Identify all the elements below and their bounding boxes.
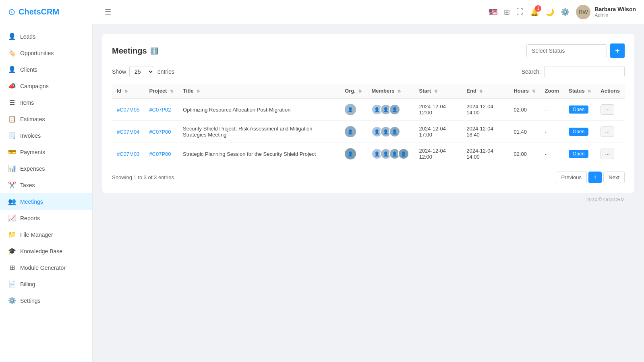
- status-badge: Open: [569, 105, 588, 114]
- sidebar-item-settings[interactable]: ⚙️ Settings: [0, 292, 92, 309]
- col-project[interactable]: Project ⇅: [144, 84, 178, 98]
- dark-mode-icon[interactable]: 🌙: [545, 8, 554, 17]
- page-number-button[interactable]: 1: [588, 172, 602, 183]
- meeting-id-link[interactable]: #C07M05: [117, 107, 139, 113]
- sidebar-item-module-generator[interactable]: ⊞ Module Generator: [0, 259, 92, 276]
- sidebar-item-expenses[interactable]: 📊 Expenses: [0, 160, 92, 177]
- user-name: Barbara Wilson: [594, 6, 636, 12]
- sidebar-item-meetings[interactable]: 👥 Meetings: [0, 193, 92, 210]
- meeting-title: Optimizing Resource Allocation Post-Migr…: [178, 98, 340, 121]
- grid-icon[interactable]: ⊞: [504, 8, 510, 17]
- taxes-icon: ✂️: [8, 181, 16, 189]
- sidebar-item-label: Taxes: [20, 182, 35, 188]
- member-avatar: 👤: [398, 148, 409, 159]
- meeting-id-link[interactable]: #C07M04: [117, 129, 139, 135]
- col-id[interactable]: Id ⇅: [112, 84, 144, 98]
- actions-button[interactable]: ···: [601, 126, 614, 137]
- user-profile[interactable]: BW Barbara Wilson Admin: [576, 5, 636, 19]
- logo-icon: ⊙: [8, 7, 15, 17]
- col-members[interactable]: Members ⇅: [367, 84, 414, 98]
- start-date: 2024-12-04 12:00: [414, 143, 462, 165]
- sidebar-item-reports[interactable]: 📈 Reports: [0, 210, 92, 226]
- search-input[interactable]: [544, 66, 625, 77]
- sidebar-item-items[interactable]: ☰ Items: [0, 94, 92, 111]
- entries-info: Showing 1 to 3 of 3 entries: [112, 174, 174, 180]
- next-button[interactable]: Next: [603, 172, 625, 183]
- sidebar-item-campaigns[interactable]: 📣 Campaigns: [0, 78, 92, 94]
- sidebar-item-file-manager[interactable]: 📁 File Manager: [0, 226, 92, 243]
- sidebar-item-leads[interactable]: 👤 Leads: [0, 28, 92, 45]
- col-title[interactable]: Title ⇅: [178, 84, 340, 98]
- actions-button[interactable]: ···: [601, 104, 614, 115]
- hours: 01:40: [509, 121, 540, 143]
- knowledge-base-icon: 🎓: [8, 247, 16, 255]
- sidebar-item-opportunities[interactable]: 🏷️ Opportunities: [0, 45, 92, 61]
- sidebar-item-label: Payments: [20, 149, 45, 155]
- sidebar-item-label: Knowledge Base: [20, 248, 62, 254]
- settings-nav-icon: ⚙️: [8, 297, 16, 304]
- col-end[interactable]: End ⇅: [462, 84, 509, 98]
- col-actions: Actions: [596, 84, 625, 98]
- sidebar-item-clients[interactable]: 👤 Clients: [0, 61, 92, 78]
- user-role: Admin: [594, 12, 636, 18]
- page-title: Meetings: [112, 46, 147, 56]
- sidebar-item-label: Expenses: [20, 165, 45, 172]
- clients-icon: 👤: [8, 66, 16, 73]
- sidebar-item-label: Invoices: [20, 132, 41, 139]
- sidebar-item-invoices[interactable]: 🗒️ Invoices: [0, 127, 92, 144]
- col-status[interactable]: Status ⇅: [564, 84, 596, 98]
- member-avatar: 👤: [389, 126, 400, 137]
- sidebar-item-label: Meetings: [20, 199, 43, 205]
- sidebar-item-label: Billing: [20, 281, 35, 288]
- sidebar-item-billing[interactable]: 📄 Billing: [0, 276, 92, 292]
- settings-icon[interactable]: ⚙️: [561, 8, 569, 17]
- sidebar-item-taxes[interactable]: ✂️ Taxes: [0, 177, 92, 193]
- estimates-icon: 📋: [8, 115, 16, 123]
- end-date: 2024-12-04 14:00: [462, 98, 509, 121]
- search-label: Search:: [522, 68, 541, 75]
- entries-select[interactable]: 25 10 50 100: [129, 66, 154, 77]
- project-link[interactable]: #C07P00: [149, 129, 171, 135]
- end-date: 2024-12-04 14:00: [462, 143, 509, 165]
- org-avatar: 👤: [345, 104, 356, 115]
- member-avatar: 👤: [389, 104, 400, 115]
- opportunities-icon: 🏷️: [8, 49, 16, 57]
- org-avatar: 👤: [345, 126, 356, 137]
- status-badge: Open: [569, 128, 588, 136]
- col-start[interactable]: Start ⇅: [414, 84, 462, 98]
- sidebar: 👤 Leads 🏷️ Opportunities 👤 Clients 📣 Cam…: [0, 24, 93, 362]
- meeting-title: Strategic Planning Session for the Secur…: [178, 143, 340, 165]
- sidebar-item-label: Estimates: [20, 116, 45, 122]
- file-manager-icon: 📁: [8, 231, 16, 238]
- logo-text: ChetsCRM: [19, 7, 59, 17]
- sidebar-item-knowledge-base[interactable]: 🎓 Knowledge Base: [0, 243, 92, 259]
- expenses-icon: 📊: [8, 165, 16, 172]
- menu-toggle-icon[interactable]: ☰: [105, 8, 111, 17]
- sidebar-item-label: Opportunities: [20, 50, 54, 56]
- project-link[interactable]: #C07P00: [149, 151, 171, 157]
- zoom: -: [540, 121, 564, 143]
- project-link[interactable]: #C07P02: [149, 107, 171, 113]
- notification-icon[interactable]: 🔔 1: [530, 8, 539, 17]
- status-badge: Open: [569, 150, 588, 158]
- fullscreen-icon[interactable]: ⛶: [516, 8, 524, 16]
- col-hours[interactable]: Hours ⇅: [509, 84, 540, 98]
- flag-icon[interactable]: 🇺🇸: [489, 8, 497, 17]
- meeting-id-link[interactable]: #C07M03: [117, 151, 139, 157]
- col-org[interactable]: Org. ⇅: [340, 84, 367, 98]
- sidebar-item-estimates[interactable]: 📋 Estimates: [0, 111, 92, 127]
- app-logo: ⊙ ChetsCRM: [8, 7, 101, 17]
- payments-icon: 💳: [8, 148, 16, 156]
- org-avatar: 👤: [345, 148, 356, 159]
- sidebar-item-label: Settings: [20, 298, 41, 304]
- table-row: #C07M03 #C07P00 Strategic Planning Sessi…: [112, 143, 625, 165]
- add-meeting-button[interactable]: +: [610, 43, 625, 58]
- sidebar-item-payments[interactable]: 💳 Payments: [0, 144, 92, 160]
- sidebar-item-label: Leads: [20, 33, 35, 40]
- select-status-input[interactable]: [526, 44, 607, 57]
- billing-icon: 📄: [8, 280, 16, 288]
- hours: 02:00: [509, 98, 540, 121]
- actions-button[interactable]: ···: [601, 149, 614, 159]
- info-icon[interactable]: ℹ️: [150, 47, 158, 55]
- previous-button[interactable]: Previous: [556, 172, 587, 183]
